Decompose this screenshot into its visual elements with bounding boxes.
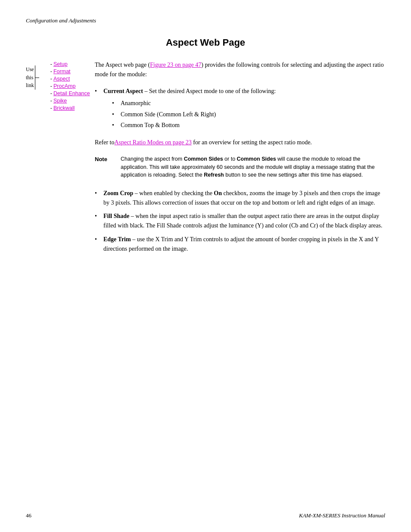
page-footer: 46 KAM-XM-SERIES Instruction Manual <box>26 512 385 519</box>
fill-shade-item: Fill Shade – when the input aspect ratio… <box>95 212 385 230</box>
refer-paragraph: Refer toAspect Ratio Modes on page 23 fo… <box>95 138 385 147</box>
this-label: this <box>26 75 33 81</box>
page-title: Aspect Web Page <box>26 37 385 48</box>
figure-link[interactable]: Figure 23 on page 47 <box>150 62 201 68</box>
sidebar-item-brickwall[interactable]: Brickwall <box>50 105 90 112</box>
page-container: Configuration and Adjustments Aspect Web… <box>0 0 411 532</box>
aspect-sub-list: Anamorphic Common Side (Common Left & Ri… <box>112 99 385 130</box>
sidebar-item-setup[interactable]: Setup <box>50 61 90 68</box>
anamorphic-item: Anamorphic <box>112 99 385 108</box>
sidebar: Use this link Setup Format <box>26 60 95 261</box>
sidebar-item-aspect[interactable]: Aspect <box>50 76 90 82</box>
sidebar-item-spike[interactable]: Spike <box>50 98 90 104</box>
intro-paragraph: The Aspect web page (Figure 23 on page 4… <box>95 60 385 79</box>
common-sides-bold1: Common Sides <box>184 156 223 162</box>
procamp-link[interactable]: ProcAmp <box>53 83 75 89</box>
edge-trim-item: Edge Trim – use the X Trim and Y Trim co… <box>95 235 385 253</box>
current-aspect-item: Current Aspect – Set the desired Aspect … <box>95 87 385 130</box>
fill-shade-label: Fill Shade <box>103 213 129 219</box>
sidebar-annotation: Use this link <box>26 61 34 90</box>
common-sides-bold2: Common Sides <box>237 156 276 162</box>
refresh-bold: Refresh <box>204 172 224 178</box>
format-link[interactable]: Format <box>53 68 71 75</box>
link-label: link <box>26 82 34 88</box>
common-side-item: Common Side (Common Left & Right) <box>112 110 385 119</box>
on-label: On <box>214 190 222 196</box>
manual-name: KAM-XM-SERIES Instruction Manual <box>299 512 385 519</box>
main-content: The Aspect web page (Figure 23 on page 4… <box>95 60 385 261</box>
more-bullet-list: Zoom Crop – when enabled by checking the… <box>95 189 385 253</box>
note-text: Changing the aspect from Common Sides or… <box>121 155 385 179</box>
sidebar-item-detail-enhance[interactable]: Detail Enhance <box>50 90 90 97</box>
header-text: Configuration and Adjustments <box>26 17 96 24</box>
main-bullet-list: Current Aspect – Set the desired Aspect … <box>95 87 385 130</box>
sidebar-links: Setup Format Aspect ProcAmp Detail Enhan… <box>50 61 90 112</box>
common-top-item: Common Top & Bottom <box>112 121 385 130</box>
sidebar-item-procamp[interactable]: ProcAmp <box>50 83 90 90</box>
detail-enhance-link[interactable]: Detail Enhance <box>53 90 90 96</box>
sidebar-item-format[interactable]: Format <box>50 68 90 75</box>
use-label: Use <box>26 66 34 72</box>
setup-link[interactable]: Setup <box>53 61 68 67</box>
zoom-crop-item: Zoom Crop – when enabled by checking the… <box>95 189 385 207</box>
aspect-link[interactable]: Aspect <box>53 76 70 82</box>
note-block: Note Changing the aspect from Common Sid… <box>95 155 385 179</box>
note-label: Note <box>95 155 112 179</box>
page-header: Configuration and Adjustments <box>26 17 385 24</box>
zoom-crop-label: Zoom Crop <box>103 190 133 196</box>
content-area: Use this link Setup Format <box>26 60 385 261</box>
spike-link[interactable]: Spike <box>53 98 67 104</box>
aspect-ratio-modes-link[interactable]: Aspect Ratio Modes on page 23 <box>114 139 191 146</box>
brickwall-link[interactable]: Brickwall <box>53 105 75 111</box>
edge-trim-label: Edge Trim <box>103 236 131 243</box>
current-aspect-label: Current Aspect <box>103 88 143 94</box>
page-number: 46 <box>26 512 31 519</box>
